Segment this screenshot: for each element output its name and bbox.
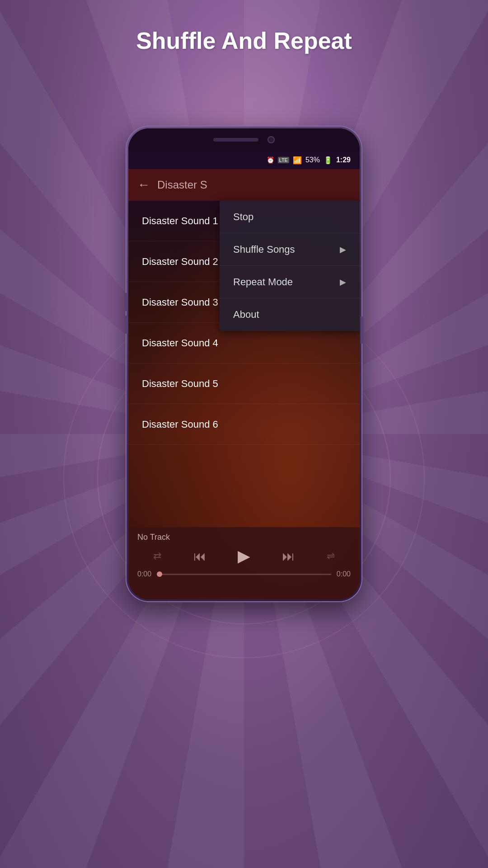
- time-start: 0:00: [137, 570, 151, 578]
- clock: 1:29: [336, 156, 351, 164]
- phone-device: ⏰ LTE 📶 53% 🔋 1:29 ← Disaster S: [127, 127, 361, 601]
- app-header: ← Disaster S: [128, 169, 360, 201]
- shuffle-arrow-icon: ▶: [340, 245, 346, 255]
- repeat-label: Repeat Mode: [233, 276, 293, 288]
- shuffle-label: Shuffle Songs: [233, 244, 295, 255]
- time-row: 0:00 0:00: [137, 570, 351, 578]
- phone-speaker: [213, 138, 258, 142]
- menu-item-about[interactable]: About: [220, 298, 360, 331]
- app-screen: ← Disaster S Stop Shuffle Songs ▶ Repeat…: [128, 169, 360, 599]
- page-title: Shuffle And Repeat: [0, 27, 488, 54]
- progress-bar[interactable]: [157, 574, 331, 575]
- lte-badge: LTE: [278, 157, 289, 163]
- back-button[interactable]: ←: [137, 178, 150, 192]
- song-item-5[interactable]: Disaster Sound 5: [128, 363, 360, 404]
- song-name-5: Disaster Sound 5: [142, 378, 218, 390]
- context-menu: Stop Shuffle Songs ▶ Repeat Mode ▶ About: [220, 201, 360, 331]
- play-button[interactable]: ▶: [238, 547, 250, 566]
- battery-icon: 🔋: [324, 156, 333, 165]
- app-title: Disaster S: [157, 179, 207, 191]
- alarm-icon: ⏰: [267, 156, 274, 164]
- song-name-4: Disaster Sound 4: [142, 337, 218, 349]
- phone-top-bar: [128, 128, 360, 151]
- song-name-3: Disaster Sound 3: [142, 297, 218, 308]
- song-name-1: Disaster Sound 1: [142, 215, 218, 227]
- phone-camera: [267, 136, 275, 143]
- status-bar: ⏰ LTE 📶 53% 🔋 1:29: [128, 151, 360, 169]
- progress-dot: [157, 571, 162, 577]
- volume-up-button: [125, 293, 127, 311]
- song-item-6[interactable]: Disaster Sound 6: [128, 404, 360, 445]
- menu-item-shuffle[interactable]: Shuffle Songs ▶: [220, 233, 360, 266]
- song-name-6: Disaster Sound 6: [142, 419, 218, 430]
- prev-button[interactable]: ⏮: [193, 549, 206, 564]
- menu-item-repeat[interactable]: Repeat Mode ▶: [220, 266, 360, 298]
- track-name: No Track: [137, 533, 351, 542]
- player-bar: No Track ⇄ ⏮ ▶ ⏭ ⇌ 0:00 0:00: [128, 527, 360, 599]
- next-button[interactable]: ⏭: [282, 549, 295, 564]
- player-controls: ⇄ ⏮ ▶ ⏭ ⇌: [137, 547, 351, 566]
- repeat-button[interactable]: ⇌: [327, 550, 335, 562]
- power-button: [361, 316, 363, 344]
- time-end: 0:00: [337, 570, 351, 578]
- volume-down-button: [125, 316, 127, 334]
- menu-item-stop[interactable]: Stop: [220, 201, 360, 233]
- stop-label: Stop: [233, 211, 253, 223]
- about-label: About: [233, 309, 259, 321]
- shuffle-button[interactable]: ⇄: [153, 550, 161, 562]
- signal-icon: 📶: [293, 156, 302, 165]
- song-name-2: Disaster Sound 2: [142, 256, 218, 268]
- repeat-arrow-icon: ▶: [340, 277, 346, 287]
- battery-percent: 53%: [305, 156, 320, 164]
